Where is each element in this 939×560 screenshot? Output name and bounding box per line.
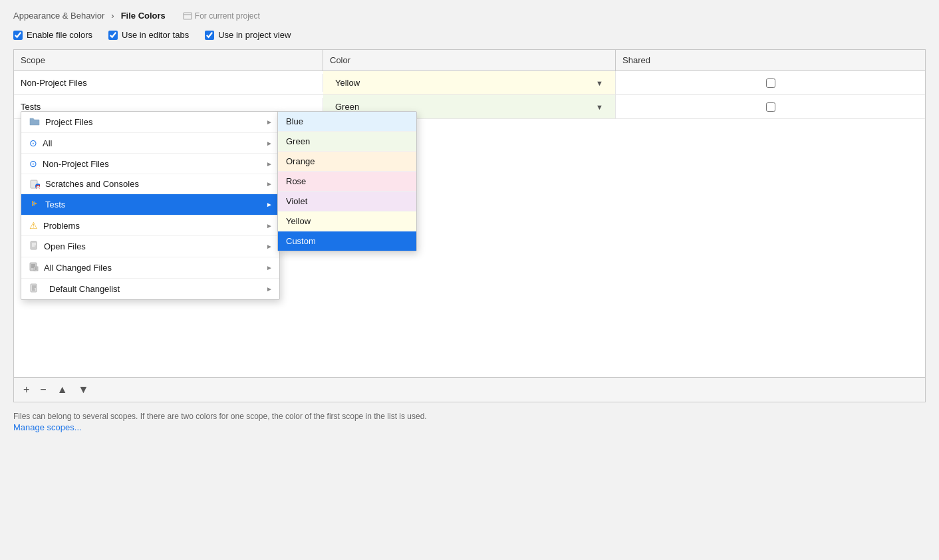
enable-file-colors-option[interactable]: Enable file colors [13, 30, 92, 40]
project-label: For current project [183, 11, 260, 21]
item-left: Open Files [29, 241, 86, 252]
color-option-yellow[interactable]: Yellow [278, 211, 416, 231]
color-option-label: Custom [286, 236, 316, 246]
scope-menu-item-project-files[interactable]: Project Files ► [21, 112, 279, 133]
svg-rect-15 [34, 267, 38, 271]
header-shared: Shared [616, 50, 925, 70]
scope-item-label: Problems [43, 221, 80, 231]
color-label-green: Green [335, 102, 359, 112]
scope-item-label: Tests [45, 200, 65, 210]
scope-item-label: Non-Project Files [43, 159, 109, 169]
color-option-custom[interactable]: Custom [278, 231, 416, 251]
item-left: ⚠ Problems [29, 220, 80, 231]
svg-text:⏰: ⏰ [35, 184, 41, 189]
radio-icon-non-project: ⊙ [29, 158, 37, 169]
breadcrumb-separator: › [111, 11, 114, 21]
item-left: Project Files [29, 116, 93, 128]
changelist-icon [29, 283, 39, 295]
submenu-arrow: ► [266, 264, 273, 271]
changed-files-icon [29, 262, 39, 273]
color-option-green[interactable]: Green [278, 132, 416, 152]
svg-rect-18 [31, 284, 37, 292]
shared-checkbox-tests[interactable] [766, 102, 775, 112]
color-option-violet[interactable]: Violet [278, 192, 416, 211]
dropdown-arrow-green: ▼ [596, 103, 603, 111]
use-in-project-view-label: Use in project view [218, 30, 291, 40]
submenu-arrow: ► [266, 160, 273, 168]
use-in-project-view-option[interactable]: Use in project view [205, 30, 291, 40]
scope-item-label: Project Files [45, 117, 93, 127]
scope-menu-item-default-changelist[interactable]: Default Changelist ► [21, 279, 279, 299]
scope-menu-item-all[interactable]: ⊙ All ► [21, 133, 279, 154]
color-option-label: Orange [286, 156, 315, 166]
scope-cell-non-project: Non-Project Files [14, 74, 323, 92]
color-option-label: Blue [286, 116, 303, 126]
scope-item-label: Scratches and Consoles [45, 179, 139, 189]
color-option-label: Violet [286, 196, 307, 206]
scope-item-label: All Changed Files [44, 263, 112, 273]
enable-file-colors-label: Enable file colors [27, 30, 92, 40]
color-option-label: Green [286, 136, 310, 146]
item-left: Default Changelist [29, 283, 120, 295]
submenu-arrow: ► [266, 285, 273, 293]
color-label-yellow: Yellow [335, 78, 360, 88]
color-cell-yellow[interactable]: Yellow ▼ [323, 71, 616, 94]
scope-label: Non-Project Files [21, 78, 87, 88]
header-scope: Scope [14, 50, 323, 70]
table-row: Non-Project Files Yellow ▼ [14, 71, 925, 95]
scope-context-menu: Project Files ► ⊙ All ► ⊙ Non-Project Fi… [21, 111, 280, 300]
add-button[interactable]: + [21, 383, 32, 396]
item-left: ⊙ All [29, 138, 52, 148]
header: Appearance & Behavior › File Colors For … [13, 11, 926, 21]
shared-cell-tests [616, 98, 925, 116]
use-in-project-view-checkbox[interactable] [205, 31, 214, 40]
enable-file-colors-checkbox[interactable] [13, 31, 23, 40]
table-toolbar: + − ▲ ▼ [14, 377, 925, 402]
move-up-button[interactable]: ▲ [55, 383, 70, 396]
scope-menu-item-problems[interactable]: ⚠ Problems ► [21, 215, 279, 236]
svg-rect-7 [31, 241, 37, 249]
scope-menu-item-all-changed[interactable]: All Changed Files ► [21, 257, 279, 279]
manage-scopes-link[interactable]: Manage scopes... [13, 422, 82, 432]
radio-icon-all: ⊙ [29, 138, 37, 148]
color-submenu: Blue Green Orange Rose Violet Yellow Cus… [277, 111, 417, 251]
scope-item-label: Open Files [44, 241, 86, 251]
submenu-arrow: ► [266, 140, 273, 147]
scope-menu-item-scratches[interactable]: ⏰ Scratches and Consoles ► [21, 174, 279, 194]
breadcrumb: Appearance & Behavior [13, 11, 104, 21]
scope-color-table: Scope Color Shared Non-Project Files Yel… [13, 49, 926, 402]
options-row: Enable file colors Use in editor tabs Us… [13, 30, 926, 40]
file-icon [29, 241, 39, 252]
shared-checkbox-non-project[interactable] [766, 78, 775, 88]
scope-item-label: Default Changelist [44, 284, 120, 294]
footer-description: Files can belong to several scopes. If t… [13, 410, 466, 422]
color-option-blue[interactable]: Blue [278, 112, 416, 132]
warning-icon: ⚠ [29, 220, 38, 231]
remove-button[interactable]: − [37, 383, 49, 396]
scope-item-label: All [43, 138, 52, 148]
scope-label-tests: Tests [21, 102, 41, 112]
color-option-label: Rose [286, 176, 306, 186]
scope-menu-item-tests[interactable]: Tests ► [21, 194, 279, 215]
item-left: Tests [29, 199, 65, 210]
submenu-arrow: ► [266, 243, 273, 250]
page-title: File Colors [121, 11, 166, 21]
shared-cell-non-project [616, 74, 925, 92]
item-left: ⊙ Non-Project Files [29, 158, 109, 169]
use-in-editor-tabs-option[interactable]: Use in editor tabs [108, 30, 189, 40]
project-icon [183, 11, 192, 21]
color-option-label: Yellow [286, 216, 311, 226]
color-option-orange[interactable]: Orange [278, 152, 416, 172]
tests-icon [29, 199, 40, 210]
color-swatch-yellow[interactable]: Yellow ▼ [330, 75, 608, 90]
color-option-rose[interactable]: Rose [278, 172, 416, 192]
item-left: All Changed Files [29, 262, 112, 273]
scope-menu-item-open-files[interactable]: Open Files ► [21, 236, 279, 257]
header-color: Color [323, 50, 616, 70]
scope-menu-item-non-project-files[interactable]: ⊙ Non-Project Files ► [21, 154, 279, 174]
dropdown-arrow-yellow: ▼ [596, 79, 603, 87]
table-body: Non-Project Files Yellow ▼ Tests Green ▼ [14, 71, 925, 377]
use-in-editor-tabs-checkbox[interactable] [108, 31, 118, 40]
submenu-arrow: ► [266, 201, 273, 208]
move-down-button[interactable]: ▼ [76, 383, 92, 396]
